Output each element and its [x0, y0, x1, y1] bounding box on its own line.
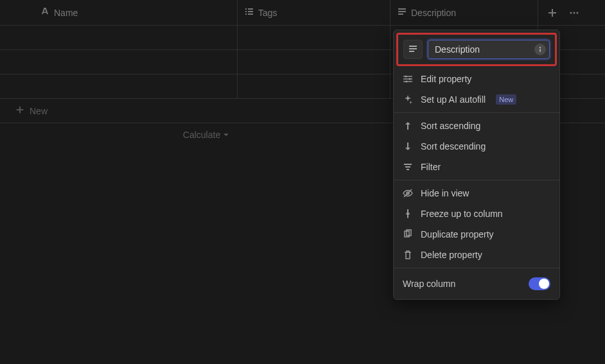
table-header-row: Name Tags Description [0, 0, 605, 26]
menu-divider [394, 180, 559, 180]
new-badge: New [496, 94, 516, 105]
arrow-down-icon [403, 141, 413, 152]
svg-rect-27 [404, 164, 412, 165]
svg-point-19 [539, 47, 541, 48]
plus-icon [15, 105, 24, 116]
eye-off-icon [403, 188, 413, 198]
column-label: Tags [258, 8, 277, 18]
column-label: Name [54, 8, 78, 18]
menu-item-sort-desc[interactable]: Sort descending [394, 136, 559, 157]
svg-rect-24 [403, 78, 412, 79]
wrap-label: Wrap column [403, 279, 455, 289]
svg-rect-28 [405, 166, 410, 168]
toggle-knob [539, 279, 549, 289]
settings-icon [403, 74, 413, 84]
column-header-tags[interactable]: Tags [238, 0, 390, 25]
menu-label: Edit property [421, 74, 471, 84]
text-icon [408, 44, 418, 56]
sparkle-icon [403, 94, 413, 105]
chevron-down-icon [223, 130, 229, 140]
svg-rect-17 [409, 48, 417, 49]
filter-icon [403, 162, 413, 172]
property-menu-popup: Edit property Set up AI autofill New Sor… [393, 30, 560, 300]
calculate-label: Calculate [183, 130, 220, 140]
wrap-column-row: Wrap column [394, 271, 559, 297]
svg-rect-1 [248, 8, 253, 10]
svg-rect-20 [539, 49, 541, 52]
column-header-name[interactable]: Name [0, 0, 238, 25]
property-name-input[interactable] [428, 40, 550, 59]
menu-label: Sort ascending [421, 121, 480, 131]
column-actions [538, 0, 605, 25]
menu-label: Hide in view [421, 188, 469, 198]
info-icon[interactable] [534, 44, 546, 55]
calculate-button[interactable]: Calculate [183, 130, 229, 140]
menu-divider [394, 112, 559, 113]
svg-rect-3 [248, 11, 253, 12]
menu-label: Freeze up to column [421, 209, 503, 219]
svg-rect-4 [245, 13, 247, 15]
copy-icon [403, 229, 413, 239]
svg-rect-8 [398, 13, 403, 15]
add-column-icon[interactable] [545, 5, 560, 21]
menu-divider [394, 268, 559, 268]
menu-label: Set up AI autofill [421, 94, 486, 105]
menu-label: Duplicate property [421, 229, 494, 239]
svg-rect-16 [409, 46, 417, 47]
menu-item-freeze[interactable]: Freeze up to column [394, 204, 559, 224]
menu-label: Filter [421, 162, 441, 172]
menu-label: Sort descending [421, 141, 486, 152]
menu-item-edit-property[interactable]: Edit property [394, 69, 559, 89]
menu-label: Delete property [421, 250, 482, 260]
svg-rect-2 [245, 11, 247, 12]
svg-rect-7 [398, 11, 406, 12]
column-header-description[interactable]: Description [390, 0, 538, 25]
svg-point-12 [574, 12, 575, 13]
pin-icon [403, 209, 413, 219]
property-name-field-wrap [428, 40, 550, 59]
svg-point-13 [577, 12, 579, 13]
svg-rect-26 [403, 81, 412, 82]
menu-item-hide[interactable]: Hide in view [394, 183, 559, 204]
multiselect-icon [244, 6, 254, 19]
svg-rect-5 [248, 13, 253, 15]
arrow-up-icon [403, 121, 413, 131]
svg-rect-15 [17, 109, 24, 110]
property-type-button[interactable] [403, 40, 423, 59]
wrap-toggle[interactable] [529, 277, 550, 290]
title-prop-icon [40, 6, 50, 19]
svg-rect-22 [403, 76, 412, 76]
svg-rect-18 [409, 51, 414, 52]
text-icon [397, 6, 407, 19]
svg-point-11 [570, 12, 572, 13]
menu-item-delete[interactable]: Delete property [394, 245, 559, 265]
new-label: New [30, 106, 48, 116]
trash-icon [403, 250, 413, 260]
svg-rect-10 [548, 12, 556, 13]
svg-rect-0 [245, 8, 247, 10]
menu-item-sort-asc[interactable]: Sort ascending [394, 116, 559, 136]
property-header-highlight [396, 33, 557, 66]
svg-rect-29 [407, 169, 409, 170]
menu-item-filter[interactable]: Filter [394, 157, 559, 177]
menu-item-duplicate[interactable]: Duplicate property [394, 224, 559, 245]
menu-item-ai-autofill[interactable]: Set up AI autofill New [394, 89, 559, 110]
more-icon[interactable] [566, 5, 582, 21]
svg-rect-6 [398, 8, 406, 10]
column-label: Description [411, 8, 456, 18]
